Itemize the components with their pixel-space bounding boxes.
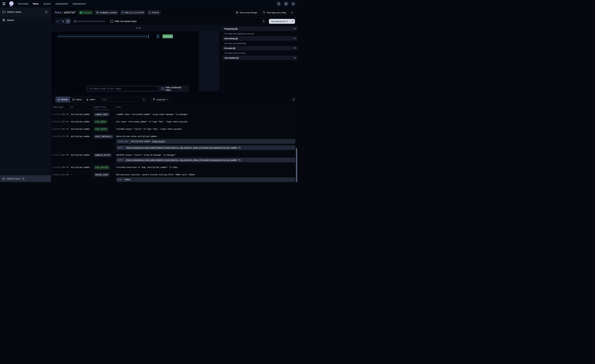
header-more-chevron-button[interactable] <box>290 10 295 15</box>
tab-stderr[interactable]: stderr <box>84 97 98 102</box>
gantt-toolbar: Hide not started steps Re-execute all (*… <box>51 18 298 25</box>
waterfall-view-icon[interactable] <box>61 19 65 24</box>
sidebar-repo-header[interactable]: 250321-dvers 1 <box>0 7 51 16</box>
caret-right-icon <box>295 57 296 59</box>
status-section-header[interactable]: Preparing (0) <box>222 27 298 31</box>
table-row[interactable]: 5:12:11.240 PMmultiplied_numberLOADED_IN… <box>51 111 298 119</box>
search-icon[interactable] <box>276 1 281 6</box>
partial-scrolled-row <box>51 109 298 111</box>
table-row[interactable]: 5:12:11.249 PMmultiplied_numberSTEP_OUTP… <box>51 126 298 133</box>
table-row[interactable]: 5:12:11.243 PMmultiplied_numberSTEP_INPU… <box>51 119 298 126</box>
metadata-key: path <box>116 158 124 162</box>
hamburger-menu-icon[interactable] <box>2 1 7 6</box>
metadata-text: 42654 <box>125 179 130 181</box>
col-timestamp: TIMESTAMP <box>51 105 69 109</box>
list-icon <box>58 98 60 100</box>
breadcrumb: Runs/a5347ef7 <box>55 11 76 14</box>
vertical-scrollbar[interactable] <box>296 148 297 182</box>
copy-icon[interactable] <box>239 159 241 161</box>
asset-tag[interactable]: multiplied_number <box>95 10 119 15</box>
caret-down-icon <box>294 28 296 29</box>
view-tags-config-button[interactable]: View tags and config <box>261 10 288 15</box>
event-metadata-row: asset_keymultiplied_number[View Asset] <box>116 139 295 144</box>
status-section-header[interactable]: Errored (0) <box>222 46 298 50</box>
nav-runs[interactable]: Runs <box>33 2 39 5</box>
job-icon <box>2 19 5 21</box>
status-section-body: No steps have errored <box>222 50 298 56</box>
table-row[interactable]: 5:12:11.253 PMmultiplied_numberASSET_MAT… <box>51 133 298 152</box>
reexecute-dropdown-caret[interactable] <box>290 19 295 24</box>
status-section-title: Executing (0) <box>225 37 294 40</box>
refresh-icon[interactable] <box>22 177 25 180</box>
metadata-link[interactable]: /Users/smackesey/stm/code/elementl/exper… <box>126 147 237 149</box>
sidebar-item-label: default <box>7 19 14 21</box>
timed-view-icon[interactable] <box>65 19 71 24</box>
help-icon[interactable] <box>283 1 288 6</box>
zoom-slider-knob[interactable] <box>73 20 76 23</box>
repo-name: 250321-dvers <box>7 11 43 13</box>
view-asset-lineage-button[interactable]: View asset lineage <box>234 10 259 15</box>
event-type-tag: HANDLED_OUTPUT <box>94 153 112 157</box>
breadcrumb-runs-link[interactable]: Runs <box>55 11 61 14</box>
hide-unselected-checkbox[interactable] <box>162 87 164 90</box>
terminal-icon <box>72 98 75 101</box>
metadata-value: multiplied_number[View Asset] <box>130 139 167 144</box>
run-datetime: Mar 21, 5:12:10 PM <box>120 10 145 15</box>
tab-events[interactable]: Events <box>56 97 70 102</box>
sidebar-footer[interactable]: 250321-dvers <box>0 175 51 182</box>
events-table: TIMESTAMP OP EVENT TYPE INFO 5:12:11.240… <box>51 105 298 182</box>
reexecute-all-button[interactable]: Re-execute all (*) <box>269 19 295 24</box>
event-message: Yielded output "result" of type "Any". (… <box>116 128 295 130</box>
events-table-header: TIMESTAMP OP EVENT TYPE INFO <box>51 105 298 109</box>
nav-automation[interactable]: Automation <box>55 2 68 5</box>
nav-overview[interactable]: Overview <box>18 2 28 5</box>
axis-tick-label: 0.5s <box>136 27 141 29</box>
caret-down-icon <box>294 48 296 49</box>
expand-collapse-panel-button[interactable] <box>262 18 266 24</box>
hide-not-started-checkbox[interactable] <box>110 20 113 23</box>
event-message: Got input "versioned_number" of type "An… <box>116 121 295 123</box>
tag-icon <box>263 11 265 14</box>
col-op: OP <box>69 105 92 109</box>
step-waiting-band <box>58 35 149 38</box>
step-search-input[interactable] <box>93 87 156 90</box>
flat-view-icon[interactable] <box>56 19 61 24</box>
axis-gridline <box>142 31 142 94</box>
event-message: Multiprocess executor: parent process ex… <box>116 174 295 176</box>
search-icon <box>90 88 92 90</box>
sidebar-item-default[interactable]: default <box>0 16 51 24</box>
status-section-header[interactable]: Executing (0) <box>222 36 298 41</box>
event-metadata-row: path/Users/smackesey/stm/code/elementl/e… <box>116 158 295 162</box>
events-filter-input[interactable] <box>102 98 142 101</box>
event-op: multiplied_number <box>69 152 92 158</box>
dagster-logo[interactable] <box>8 0 15 7</box>
event-op: multiplied_number <box>69 126 92 132</box>
metadata-key: pid <box>116 177 123 182</box>
run-id: a5347ef7 <box>64 11 76 14</box>
nav-assets[interactable]: Assets <box>43 2 51 5</box>
table-row[interactable]: 5:12:11.411 PM-ENGINE_EVENTMultiprocess … <box>51 172 298 182</box>
levels-dropdown[interactable]: Levels (5) <box>151 97 170 102</box>
event-timestamp: 5:12:11.243 PM <box>51 119 69 125</box>
metadata-key: path <box>116 145 124 150</box>
event-op: - <box>69 172 92 177</box>
copy-icon[interactable] <box>239 147 241 149</box>
table-row[interactable]: 5:12:11.266 PMmultiplied_numberSTEP_SUCC… <box>51 164 298 172</box>
event-timestamp: 5:12:11.253 PM <box>51 133 69 139</box>
settings-icon[interactable] <box>291 1 296 6</box>
expand-events-panel-button[interactable] <box>291 97 296 102</box>
event-type-tag: ASSET_MATERIALI… <box>94 134 113 139</box>
gantt-step-bar[interactable]: multipli… <box>163 34 173 38</box>
metadata-value: /Users/smackesey/stm/code/elementl/exper… <box>124 145 242 150</box>
tab-stdout[interactable]: stdout <box>70 97 84 102</box>
status-section-header[interactable]: Succeeded (1) <box>222 56 298 60</box>
zoom-slider[interactable] <box>73 20 105 23</box>
clear-filter-icon[interactable] <box>142 98 145 101</box>
nav-deployment[interactable]: Deployment <box>73 2 86 5</box>
events-rows: 5:12:11.240 PMmultiplied_numberLOADED_IN… <box>51 111 298 182</box>
metadata-link[interactable]: /Users/smackesey/stm/code/elementl/exper… <box>126 159 237 161</box>
event-op: multiplied_number <box>69 133 92 139</box>
table-row[interactable]: 5:12:11.263 PMmultiplied_numberHANDLED_O… <box>51 152 298 164</box>
metadata-link[interactable]: [View Asset] <box>152 140 165 142</box>
run-header: Runs/a5347ef7 Success multiplied_number <box>51 7 298 18</box>
